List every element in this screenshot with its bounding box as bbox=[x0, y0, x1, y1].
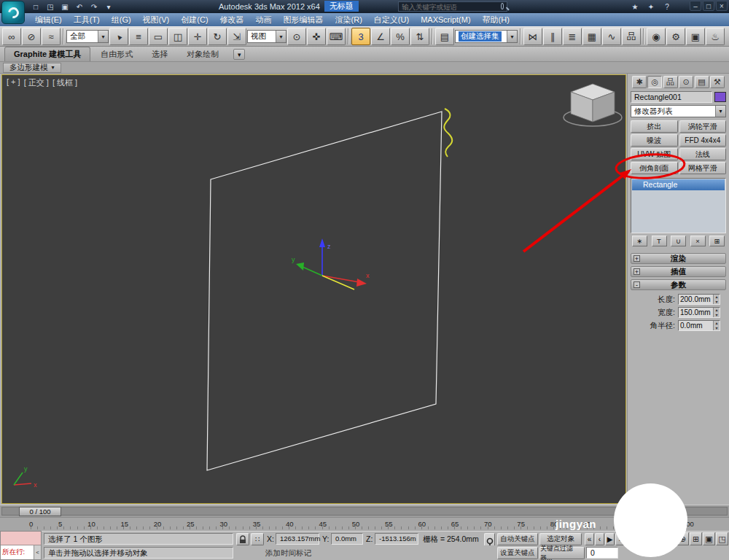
render-setup-button[interactable]: ⚙ bbox=[666, 28, 685, 45]
new-scene-icon[interactable]: □ bbox=[29, 1, 42, 12]
rollout-expand-icon[interactable]: + bbox=[634, 268, 640, 275]
select-and-move-button[interactable]: ✛ bbox=[188, 28, 207, 45]
reference-coordinate-dropdown[interactable]: 视图 ▾ bbox=[247, 30, 286, 43]
auto-key-button[interactable]: 自动关键点 bbox=[497, 533, 538, 545]
layer-manager-button[interactable]: ≣ bbox=[563, 28, 582, 45]
render-production-button[interactable]: ♨ bbox=[706, 28, 725, 45]
zoom-extents-all-icon[interactable]: ◳ bbox=[716, 532, 728, 545]
profile-spline[interactable] bbox=[444, 109, 452, 157]
window-crossing-toggle[interactable]: ◫ bbox=[168, 28, 187, 45]
search-icon[interactable] bbox=[501, 3, 504, 9]
set-keys-button[interactable]: 设置关键点 bbox=[497, 547, 538, 559]
percent-snap-button[interactable]: % bbox=[391, 28, 410, 45]
help-icon[interactable]: ? bbox=[660, 1, 674, 12]
menu-item-tools[interactable]: 工具(T) bbox=[68, 13, 106, 26]
zoom-all-icon[interactable]: ⊞ bbox=[690, 532, 702, 545]
select-by-name-button[interactable]: ≡ bbox=[129, 28, 148, 45]
keyboard-shortcut-override-toggle[interactable]: ⌨ bbox=[327, 28, 346, 45]
remove-modifier-icon[interactable]: × bbox=[690, 236, 706, 246]
z-coord-field[interactable]: -1513.156m bbox=[375, 533, 418, 545]
y-coord-field[interactable]: 0.0mm bbox=[331, 533, 363, 545]
save-file-icon[interactable]: ▣ bbox=[58, 1, 71, 12]
modifier-button-uvw-map[interactable]: UVW 贴图 bbox=[631, 148, 678, 160]
rollout-interpolation[interactable]: + 插值 bbox=[631, 266, 726, 277]
menu-item-customize[interactable]: 自定义(U) bbox=[368, 13, 415, 26]
chevron-down-icon[interactable]: ▾ bbox=[715, 106, 725, 117]
search-input[interactable] bbox=[399, 2, 501, 11]
panel-tab-create[interactable]: ✱ bbox=[632, 76, 647, 88]
chevron-down-icon[interactable]: ▾ bbox=[507, 31, 517, 42]
listener-scroll-icon[interactable]: < bbox=[34, 545, 41, 559]
stack-item-rectangle[interactable]: Rectangle bbox=[632, 179, 725, 190]
rollout-expand-icon[interactable]: + bbox=[634, 255, 640, 262]
modifier-button-meshsmooth[interactable]: 网格平滑 bbox=[679, 162, 727, 174]
menu-item-create[interactable]: 创建(C) bbox=[175, 13, 214, 26]
rollout-rendering[interactable]: + 渲染 bbox=[631, 253, 726, 264]
maxscript-mini-listener[interactable]: 所在行: < bbox=[0, 531, 42, 560]
spinner-icon[interactable]: ▴▾ bbox=[713, 295, 720, 304]
polygon-modeling-panel-tab[interactable]: 多边形建模 ▾ bbox=[3, 63, 61, 73]
named-selection-sets-dropdown[interactable]: 创建选择集 ▾ bbox=[455, 30, 518, 43]
play-button[interactable]: ▶ bbox=[605, 533, 615, 545]
favorites-star-icon[interactable]: ★ bbox=[628, 1, 642, 12]
menu-item-rendering[interactable]: 渲染(R) bbox=[330, 13, 368, 26]
object-color-swatch[interactable] bbox=[714, 92, 726, 102]
rollout-parameters[interactable]: - 参数 bbox=[631, 279, 726, 290]
selection-lock-toggle[interactable] bbox=[236, 533, 249, 545]
listener-line[interactable]: 所在行: < bbox=[1, 545, 41, 559]
ribbon-tab-freeform[interactable]: 自由形式 bbox=[92, 47, 141, 61]
spinner-snap-button[interactable]: ⇅ bbox=[410, 28, 429, 45]
panel-tab-hierarchy[interactable]: 品 bbox=[663, 76, 678, 88]
go-to-start-button[interactable]: « bbox=[585, 533, 594, 545]
panel-tab-motion[interactable]: ⊙ bbox=[679, 76, 693, 88]
spinner-icon[interactable]: ▴▾ bbox=[713, 308, 720, 317]
menu-item-help[interactable]: 帮助(H) bbox=[477, 13, 515, 26]
modifier-button-normal[interactable]: 法线 bbox=[679, 148, 727, 160]
ribbon-tab-graphite-modeling[interactable]: Graphite 建模工具 bbox=[4, 47, 90, 61]
ribbon-tab-object-paint[interactable]: 对象绘制 bbox=[178, 47, 227, 61]
show-end-result-icon[interactable]: T bbox=[652, 236, 667, 246]
undo-icon[interactable]: ↶ bbox=[73, 1, 86, 12]
viewport-orthographic[interactable]: z x y x y [ + ] [ 正交 ] [ 线框 ] bbox=[1, 74, 626, 504]
menu-item-maxscript[interactable]: MAXScript(M) bbox=[415, 13, 476, 26]
maximize-button[interactable]: □ bbox=[703, 1, 714, 11]
panel-tab-modify[interactable]: ◎ bbox=[647, 76, 662, 88]
modifier-list-dropdown[interactable]: 修改器列表 ▾ bbox=[631, 105, 726, 117]
chevron-down-icon[interactable]: ▾ bbox=[276, 31, 286, 42]
app-menu-logo-button[interactable] bbox=[1, 1, 25, 24]
modifier-button-noise[interactable]: 噪波 bbox=[631, 134, 678, 147]
viewcube[interactable] bbox=[564, 84, 622, 126]
menu-item-modifiers[interactable]: 修改器 bbox=[214, 13, 250, 26]
absolute-offset-mode-toggle[interactable]: ∷ bbox=[251, 533, 264, 545]
select-and-link-button[interactable]: ∞ bbox=[2, 28, 21, 45]
transform-gizmo[interactable]: z x y bbox=[292, 238, 370, 289]
use-pivot-center-button[interactable]: ⊙ bbox=[287, 28, 306, 45]
time-slider-handle[interactable]: 0 / 100 bbox=[19, 507, 61, 516]
frame-number-field[interactable]: 0 bbox=[586, 547, 618, 559]
corner-radius-field[interactable]: 0.0mm ▴▾ bbox=[678, 320, 720, 331]
width-field[interactable]: 150.0mm ▴▾ bbox=[678, 307, 720, 318]
configure-modifier-sets-icon[interactable]: ⊞ bbox=[709, 236, 725, 246]
minimize-button[interactable]: – bbox=[690, 1, 701, 11]
select-and-scale-button[interactable]: ⇲ bbox=[227, 28, 246, 45]
panel-tab-utilities[interactable]: ⚒ bbox=[710, 76, 725, 88]
graphite-ribbon-toggle-button[interactable]: ▦ bbox=[582, 28, 601, 45]
ribbon-minimize-chevron-icon[interactable]: ▾ bbox=[233, 49, 245, 60]
length-field[interactable]: 200.0mm ▴▾ bbox=[678, 294, 720, 305]
modifier-stack-list[interactable]: Rectangle bbox=[631, 178, 726, 233]
spinner-icon[interactable]: ▴▾ bbox=[713, 321, 720, 330]
modifier-button-turbosmooth[interactable]: 涡轮平滑 bbox=[679, 120, 727, 133]
x-coord-field[interactable]: 1263.157mm bbox=[276, 533, 319, 545]
macro-recorder-line[interactable] bbox=[1, 532, 41, 545]
pin-stack-icon[interactable]: ∗ bbox=[632, 236, 647, 246]
rollout-collapse-icon[interactable]: - bbox=[634, 281, 640, 288]
snap-toggle-3d-button[interactable]: 3 bbox=[351, 28, 370, 45]
menu-item-views[interactable]: 视图(V) bbox=[137, 13, 176, 26]
workspace-dropdown-icon[interactable]: ▾ bbox=[102, 1, 115, 12]
menu-item-edit[interactable]: 编辑(E) bbox=[29, 13, 68, 26]
material-editor-button[interactable]: ◉ bbox=[647, 28, 666, 45]
open-file-icon[interactable]: ◳ bbox=[44, 1, 57, 12]
selection-filter-dropdown[interactable]: 全部 ▾ bbox=[66, 30, 109, 43]
viewport-pov-menu[interactable]: [ 正交 ] bbox=[24, 77, 49, 88]
curve-editor-button[interactable]: ∿ bbox=[602, 28, 621, 45]
